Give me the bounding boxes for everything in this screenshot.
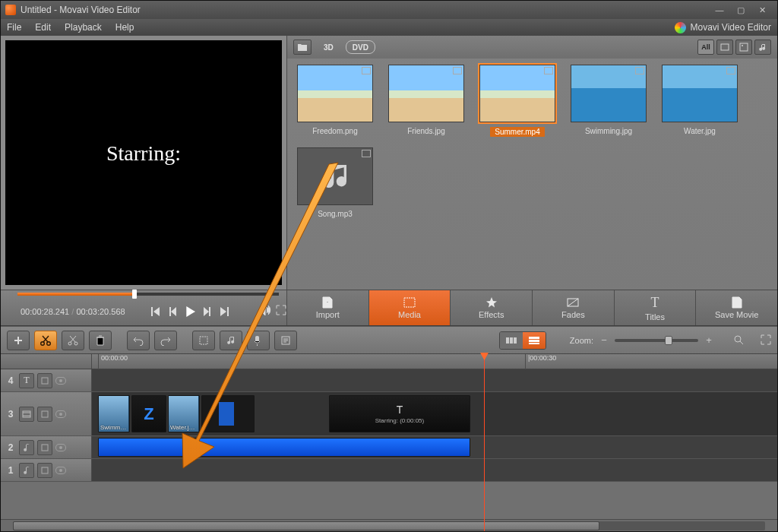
open-folder-button[interactable]: [293, 40, 312, 55]
go-end-button[interactable]: [220, 307, 230, 316]
thumb-swimming[interactable]: Swimming.jpg: [568, 65, 649, 137]
track-3-visibility-icon[interactable]: [55, 410, 66, 418]
undo-button[interactable]: [127, 331, 150, 350]
star-icon: [485, 296, 498, 309]
track-1-head[interactable]: 1: [1, 459, 92, 481]
track-2-lock-icon[interactable]: [37, 440, 52, 455]
crop-button[interactable]: [192, 331, 215, 350]
media-panel: 3D DVD All Freedom.png Friends.jpg Summe…: [286, 36, 777, 290]
close-button[interactable]: ✕: [751, 3, 773, 17]
track-1-lock-icon[interactable]: [37, 463, 52, 478]
clip-song[interactable]: [98, 438, 470, 457]
media-toolbar: 3D DVD All: [287, 36, 777, 59]
mode-timeline[interactable]: [523, 332, 546, 349]
thumb-friends[interactable]: Friends.jpg: [386, 65, 466, 137]
track-1-visibility-icon[interactable]: [55, 467, 66, 474]
zoom-knob[interactable]: [665, 336, 672, 345]
tab-save-movie[interactable]: Save Movie: [695, 290, 777, 325]
track-4-lock-icon[interactable]: [37, 373, 52, 388]
svg-point-6: [47, 341, 51, 345]
audio-edit-button[interactable]: [220, 331, 242, 350]
clip-transition[interactable]: Z: [131, 395, 166, 432]
menu-help[interactable]: Help: [115, 22, 134, 33]
thumb-song[interactable]: Song.mp3: [295, 147, 375, 218]
menu-edit[interactable]: Edit: [35, 22, 51, 33]
add-track-button[interactable]: [7, 331, 30, 350]
media-grid: Freedom.png Friends.jpg Summer.mp4 Swimm…: [287, 59, 777, 290]
track-1-body[interactable]: [92, 459, 777, 481]
svg-rect-22: [42, 445, 48, 451]
media-icon: [403, 296, 416, 309]
zoom-out-button[interactable]: −: [599, 336, 609, 345]
menu-file[interactable]: File: [7, 22, 21, 33]
seek-bar[interactable]: [17, 293, 279, 296]
track-2: 2: [1, 436, 777, 459]
track-3-body[interactable]: Swimm… Z Water.j… T Starring: (0:00:05): [92, 392, 777, 435]
menu-playback[interactable]: Playback: [65, 22, 102, 33]
seek-knob[interactable]: [132, 290, 137, 299]
timeline-mode-switch[interactable]: [499, 331, 546, 350]
play-button[interactable]: [185, 306, 195, 317]
track-1: 1: [1, 459, 777, 482]
thumb-freedom[interactable]: Freedom.png: [295, 65, 375, 137]
track-3-head[interactable]: 3: [1, 392, 92, 435]
record-button[interactable]: [247, 331, 270, 350]
step-back-button[interactable]: [168, 307, 177, 316]
tab-titles[interactable]: T Titles: [614, 290, 696, 325]
zoom-in-button[interactable]: +: [704, 336, 713, 345]
thumb-summer[interactable]: Summer.mp4: [477, 65, 558, 137]
preview-viewport[interactable]: Starring:: [5, 40, 282, 285]
timeline: 00:00:00 |00:00:30 4 T 3: [1, 353, 777, 531]
maximize-button[interactable]: ▢: [730, 3, 751, 17]
tab-media[interactable]: Media: [368, 290, 451, 325]
zoom-slider[interactable]: [615, 339, 698, 342]
track-4-visibility-icon[interactable]: [55, 377, 66, 385]
track-2-body[interactable]: [92, 436, 777, 458]
go-start-button[interactable]: [150, 307, 160, 316]
clip-water[interactable]: Water.j…: [168, 395, 200, 432]
mode-storyboard[interactable]: [500, 332, 523, 349]
btn-dvd[interactable]: DVD: [346, 40, 375, 54]
view-audio-icon[interactable]: [754, 40, 771, 55]
scrollbar-handle[interactable]: [13, 521, 599, 530]
timeline-ruler[interactable]: 00:00:00 |00:00:30: [1, 354, 777, 369]
svg-rect-19: [42, 378, 48, 384]
export-icon: [730, 296, 744, 309]
tab-import[interactable]: Import: [286, 290, 368, 325]
track-2-visibility-icon[interactable]: [55, 444, 66, 451]
timeline-scrollbar[interactable]: [1, 519, 777, 531]
btn-3d[interactable]: 3D: [318, 40, 340, 54]
zoom-fit-icon[interactable]: [733, 334, 744, 347]
cut-button[interactable]: [62, 331, 84, 350]
zoom-label: Zoom:: [570, 336, 593, 345]
redo-button[interactable]: [154, 331, 177, 350]
step-fwd-button[interactable]: [203, 307, 212, 316]
tab-fades[interactable]: Fades: [532, 290, 614, 325]
svg-rect-13: [510, 337, 513, 344]
titles-icon: T: [651, 295, 659, 311]
clip-swimming[interactable]: Swimm…: [98, 395, 130, 432]
playhead[interactable]: [484, 354, 485, 531]
fullscreen-icon[interactable]: [276, 305, 286, 318]
delete-button[interactable]: [89, 331, 112, 350]
app-icon: [5, 5, 16, 15]
view-image-icon[interactable]: [735, 40, 752, 55]
properties-button[interactable]: [274, 331, 297, 350]
clip-black[interactable]: [201, 395, 255, 432]
split-button[interactable]: [34, 331, 57, 350]
titlebar[interactable]: Untitled - Movavi Video Editor — ▢ ✕: [1, 1, 777, 19]
import-icon: [321, 296, 334, 309]
view-video-icon[interactable]: [716, 40, 733, 55]
track-3-lock-icon[interactable]: [37, 407, 52, 422]
volume-icon[interactable]: [259, 305, 271, 318]
track-4-body[interactable]: [92, 369, 777, 391]
track-2-head[interactable]: 2: [1, 436, 92, 458]
tab-effects[interactable]: Effects: [450, 290, 532, 325]
track-4-head[interactable]: 4 T: [1, 369, 92, 391]
view-all[interactable]: All: [697, 40, 714, 55]
clip-title-starring[interactable]: T Starring: (0:00:05): [329, 395, 470, 432]
music-note-icon: [320, 161, 350, 192]
minimize-button[interactable]: —: [709, 3, 730, 17]
expand-icon[interactable]: [761, 334, 771, 347]
thumb-water[interactable]: Water.jpg: [659, 65, 740, 137]
